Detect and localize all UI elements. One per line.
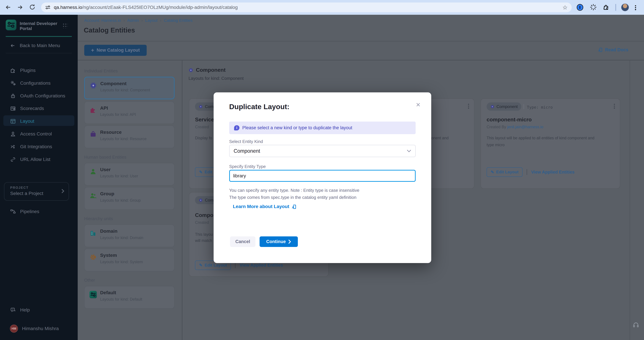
pencil-icon: ✎ <box>199 170 202 175</box>
sidebar-item-help[interactable]: ? Help <box>10 307 30 313</box>
url-bar[interactable]: qa.harness.io/ng/account/zEaak-FLS425IEO… <box>41 2 572 12</box>
modal-title: Duplicate Layout: <box>229 103 290 111</box>
app-switcher-grid-icon[interactable] <box>62 23 68 28</box>
sidebar-item-oauth[interactable]: OAuth Configurations <box>10 93 65 99</box>
forward-icon[interactable] <box>17 4 23 10</box>
breadcrumb-link[interactable]: Layout <box>145 18 158 23</box>
puzzle-icon <box>10 67 16 73</box>
sidebar-item-configurations[interactable]: Configurations <box>10 80 51 86</box>
section-label: Human based Entities <box>84 155 126 160</box>
breadcrumb-link[interactable]: Catalog Entities <box>164 18 192 23</box>
sidebar-divider <box>6 53 72 53</box>
api-puzzle-icon <box>90 106 97 114</box>
section-label: Other <box>84 278 95 283</box>
support-headset-icon[interactable] <box>632 322 640 329</box>
kind-select-label: Select Entity Kind <box>229 139 263 144</box>
sidebar-item-access-control[interactable]: Access Control <box>10 131 52 137</box>
read-docs-link[interactable]: Read Docs <box>598 47 628 52</box>
duplicate-layout-modal: Duplicate Layout: ✕ i Please select a ne… <box>214 92 431 263</box>
card-menu-icon[interactable] <box>614 103 615 109</box>
pipeline-icon <box>10 208 16 215</box>
continue-button[interactable]: Continue <box>260 236 298 247</box>
bag-icon <box>90 130 97 138</box>
sidebar-item-url-allow-list[interactable]: URL Allow List <box>10 156 50 163</box>
entity-card-group[interactable]: Group Layouts for kind: Group <box>84 187 174 210</box>
close-icon[interactable]: ✕ <box>416 101 421 108</box>
sidebar-item-scorecards[interactable]: Scorecards <box>10 105 44 112</box>
person-icon <box>10 131 16 137</box>
kind-chip: Component <box>486 102 521 111</box>
content-right-divider <box>630 60 630 340</box>
idp-logo-icon <box>90 291 97 298</box>
back-to-main-menu[interactable]: Back to Main Menu <box>10 43 60 48</box>
entity-type-input[interactable] <box>229 170 416 182</box>
browser-menu-icon[interactable] <box>635 4 636 11</box>
entity-card-api[interactable]: API Layouts for kind: API <box>84 101 174 124</box>
learn-more-link[interactable]: Learn More about Layout <box>233 204 297 209</box>
pencil-icon: ✎ <box>491 170 494 175</box>
chip-icon <box>90 82 97 89</box>
help-text-line2: The type comes from spec.type in the cat… <box>229 195 356 200</box>
buildings-icon <box>90 229 97 237</box>
user-icon <box>90 168 97 175</box>
svg-text:?: ? <box>12 308 13 311</box>
entity-card-system[interactable]: System Layouts for kind: System <box>84 249 174 271</box>
chevron-down-icon <box>407 150 411 152</box>
view-applied-entities-link[interactable]: View Applied Entities <box>240 263 283 268</box>
user-name: Himanshu Mishra <box>22 326 59 331</box>
git-branch-icon <box>10 144 16 150</box>
refresh-icon[interactable] <box>29 4 36 10</box>
card-menu-icon[interactable] <box>468 103 469 109</box>
chip-icon <box>490 105 494 109</box>
url-text: qa.harness.io/ng/account/zEaak-FLS425IEO… <box>54 5 238 10</box>
section-label: Individual Entities <box>84 68 118 73</box>
lock-icon <box>10 93 16 99</box>
created-by-link[interactable]: jenil.jain@harness.io <box>507 125 543 129</box>
chevron-right-icon <box>61 189 64 193</box>
bookmark-star-icon[interactable]: ☆ <box>562 4 568 11</box>
sidebar-item-layout[interactable]: Layout <box>10 118 34 124</box>
doc-export-icon <box>291 204 297 209</box>
sidebar-item-pipelines[interactable]: Pipelines <box>10 208 39 215</box>
extension-burst-icon[interactable] <box>590 4 597 11</box>
user-menu[interactable]: HM Himanshu Mishra <box>10 325 59 333</box>
project-selector[interactable]: PROJECT Select a Project <box>4 182 69 201</box>
type-input-label: Specify Entity Type <box>229 164 266 169</box>
breadcrumb-link[interactable]: Account: Harness.io <box>84 18 121 23</box>
info-banner: i Please select a new kind or type to du… <box>229 122 416 134</box>
entity-kind-select[interactable]: Component <box>229 145 416 157</box>
header-divider <box>78 41 644 41</box>
sidebar-item-plugins[interactable]: Plugins <box>10 67 36 73</box>
site-info-icon[interactable] <box>45 5 50 10</box>
gears-icon <box>10 80 16 86</box>
chip-icon <box>199 105 203 109</box>
entity-card-domain[interactable]: Domain Layouts for kind: Domain <box>84 225 174 247</box>
help-text-line1: You can specify any entity type. Note : … <box>229 188 360 193</box>
new-catalog-layout-button[interactable]: + New Catalog Layout <box>84 45 147 56</box>
group-icon <box>90 192 97 199</box>
gear-icon <box>90 254 97 261</box>
section-label: Hierarchy units <box>84 216 113 221</box>
back-icon[interactable] <box>5 4 12 10</box>
panel-divider <box>182 60 182 340</box>
layout-icon <box>10 118 16 124</box>
type-label: Type: micro <box>527 105 553 109</box>
onepassword-icon[interactable] <box>577 4 583 10</box>
entity-card-default[interactable]: Default Layouts for kind: Default <box>84 286 174 309</box>
cancel-button[interactable]: Cancel <box>230 236 256 247</box>
profile-avatar[interactable] <box>621 3 629 11</box>
sidebar-accent-divider <box>6 36 72 37</box>
entity-card-user[interactable]: User Layouts for kind: User <box>84 163 174 186</box>
edit-layout-button[interactable]: ✎Edit Layout <box>486 167 522 177</box>
arrow-left-icon <box>10 43 16 48</box>
entity-card-component[interactable]: Component Layouts for kind: Component <box>84 77 174 99</box>
sidebar-item-git-integrations[interactable]: Git Integrations <box>10 144 52 150</box>
kind-subtitle: Layouts for kind: Component <box>188 76 244 81</box>
breadcrumb-link[interactable]: Admin <box>127 18 139 23</box>
layout-card-component-micro[interactable]: Component Type: micro component-micro Cr… <box>480 98 620 189</box>
link-icon <box>10 156 16 163</box>
extensions-puzzle-icon[interactable] <box>603 4 610 10</box>
view-applied-entities-link[interactable]: View Applied Entities <box>531 170 574 175</box>
pencil-icon: ✎ <box>199 263 202 268</box>
entity-card-resource[interactable]: Resource Layouts for kind: Resource <box>84 126 174 148</box>
